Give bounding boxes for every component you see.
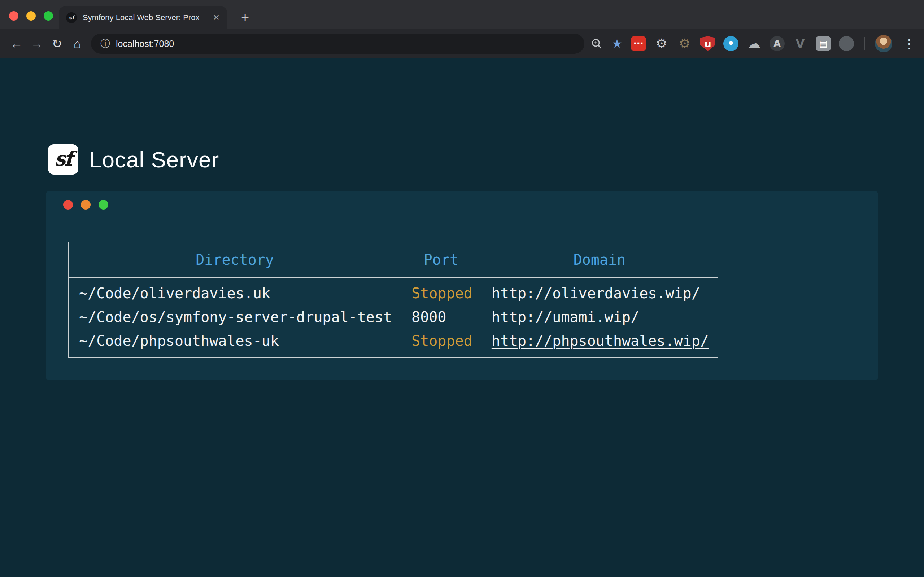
back-button[interactable]: ← xyxy=(6,34,27,54)
site-info-icon[interactable]: ⓘ xyxy=(100,37,110,50)
extension-ublock-icon[interactable]: u xyxy=(700,36,716,51)
port-cell: 8000 xyxy=(401,305,481,329)
servers-table: DirectoryPortDomain ~/Code/oliverdavies.… xyxy=(68,242,718,358)
traffic-light-minimize[interactable] xyxy=(26,11,36,21)
servers-table-wrap: DirectoryPortDomain ~/Code/oliverdavies.… xyxy=(68,242,718,358)
profile-avatar[interactable] xyxy=(875,35,892,52)
traffic-light-close[interactable] xyxy=(9,11,18,21)
extension-gray-badge-icon[interactable]: ▤ xyxy=(816,36,831,51)
symfony-logo: sf xyxy=(48,144,78,174)
brand-header: sf Local Server xyxy=(48,144,219,174)
new-tab-button[interactable]: + xyxy=(235,8,255,27)
extension-cloud-icon[interactable]: ☁ xyxy=(746,36,762,51)
panel-dots xyxy=(63,200,108,210)
extension-v-icon[interactable]: V xyxy=(793,36,808,51)
directory-cell: ~/Code/oliverdavies.uk xyxy=(69,277,401,305)
port-status-stopped: Stopped xyxy=(412,285,472,301)
extension-red-menu-icon[interactable]: ⋯ xyxy=(631,36,646,51)
table-header-row: DirectoryPortDomain xyxy=(69,242,718,277)
server-row: ~/Code/os/symfony-server-drupal-test8000… xyxy=(69,305,718,329)
forward-button[interactable]: → xyxy=(27,34,47,54)
server-row: ~/Code/phpsouthwales-ukStoppedhttp://php… xyxy=(69,329,718,357)
panel-dot-red xyxy=(63,200,73,210)
port-cell: Stopped xyxy=(401,329,481,357)
extension-octocat-icon[interactable] xyxy=(839,36,854,51)
toolbar-right-cluster: ★ ⋯⚙⚙u•☁AV▤ ⋮ xyxy=(590,35,918,52)
home-button[interactable]: ⌂ xyxy=(67,34,87,54)
domain-link[interactable]: http://phpsouthwales.wip/ xyxy=(492,332,709,349)
zoom-icon[interactable] xyxy=(590,37,603,50)
server-panel: DirectoryPortDomain ~/Code/oliverdavies.… xyxy=(46,191,878,380)
panel-dot-orange xyxy=(81,200,90,210)
extension-gear-dark-icon[interactable]: ⚙ xyxy=(677,36,692,51)
tab-favicon-icon: sf xyxy=(66,12,77,23)
browser-toolbar: ← → ↻ ⌂ ⓘ localhost:7080 ★ ⋯⚙⚙u•☁AV▤ ⋮ xyxy=(0,29,924,58)
panel-dot-green xyxy=(99,200,108,210)
column-header-port: Port xyxy=(401,242,481,277)
tab-close-icon[interactable]: ✕ xyxy=(213,13,220,22)
domain-cell: http://phpsouthwales.wip/ xyxy=(481,329,718,357)
directory-cell: ~/Code/phpsouthwales-uk xyxy=(69,329,401,357)
url-text: localhost:7080 xyxy=(116,39,174,49)
address-bar[interactable]: ⓘ localhost:7080 xyxy=(91,34,584,54)
extension-blue-circle-icon[interactable]: • xyxy=(723,36,738,51)
browser-tabstrip: sf Symfony Local Web Server: Prox ✕ + xyxy=(0,0,924,29)
extension-letter-a-icon[interactable]: A xyxy=(769,36,785,51)
extensions-area: ⋯⚙⚙u•☁AV▤ xyxy=(631,36,854,51)
bookmark-star-icon[interactable]: ★ xyxy=(612,38,622,49)
page-content: sf Local Server DirectoryPortDomain ~/Co… xyxy=(0,58,924,577)
toolbar-separator xyxy=(864,37,865,50)
tab-title: Symfony Local Web Server: Prox xyxy=(82,13,207,23)
port-status-stopped: Stopped xyxy=(412,332,472,349)
port-link[interactable]: 8000 xyxy=(412,309,446,325)
domain-cell: http://oliverdavies.wip/ xyxy=(481,277,718,305)
domain-link[interactable]: http://oliverdavies.wip/ xyxy=(492,285,700,301)
traffic-light-zoom[interactable] xyxy=(44,11,53,21)
extension-gear-light-icon[interactable]: ⚙ xyxy=(654,36,669,51)
reload-button[interactable]: ↻ xyxy=(47,34,67,54)
server-row: ~/Code/oliverdavies.ukStoppedhttp://oliv… xyxy=(69,277,718,305)
page-title: Local Server xyxy=(89,147,219,172)
table-body: ~/Code/oliverdavies.ukStoppedhttp://oliv… xyxy=(69,277,718,357)
browser-menu-icon[interactable]: ⋮ xyxy=(901,37,918,50)
column-header-domain: Domain xyxy=(481,242,718,277)
domain-link[interactable]: http://umami.wip/ xyxy=(492,309,639,325)
domain-cell: http://umami.wip/ xyxy=(481,305,718,329)
traffic-lights xyxy=(9,11,53,21)
column-header-directory: Directory xyxy=(69,242,401,277)
port-cell: Stopped xyxy=(401,277,481,305)
browser-tab[interactable]: sf Symfony Local Web Server: Prox ✕ xyxy=(59,6,227,29)
directory-cell: ~/Code/os/symfony-server-drupal-test xyxy=(69,305,401,329)
